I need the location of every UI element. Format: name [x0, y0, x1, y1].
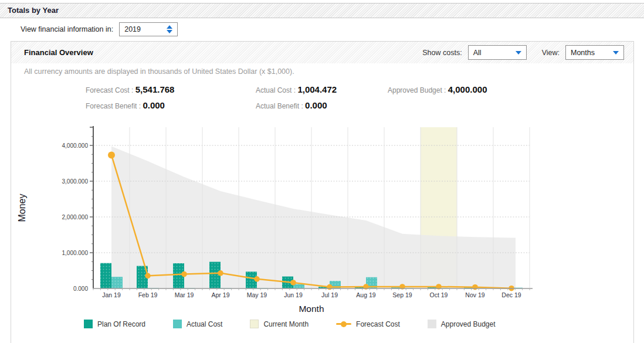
- stat-actual-cost: Actual Cost : 1,004.472: [256, 84, 388, 95]
- panel-header-controls: Show costs: All View: Months: [422, 45, 625, 60]
- legend-swatch-icon: [84, 320, 93, 328]
- x-tick-label: Feb 19: [138, 291, 158, 298]
- x-tick-label: Aug 19: [356, 291, 375, 298]
- currency-note: All currency amounts are displayed in th…: [24, 67, 633, 76]
- view-label: View:: [542, 49, 560, 57]
- chart-area: 0.0001,000.0002,000.0003,000.0004,000.00…: [11, 121, 633, 316]
- x-tick-label: Jan 19: [102, 291, 121, 298]
- forecast-point: [108, 151, 115, 158]
- x-tick-label: Jun 19: [284, 291, 303, 298]
- legend-swatch-icon: [428, 320, 436, 328]
- chevron-down-icon: [516, 51, 521, 55]
- y-tick-label: 0.000: [73, 286, 88, 292]
- financial-overview-panel: Financial Overview Show costs: All View:…: [11, 41, 634, 343]
- show-costs-label: Show costs:: [422, 49, 462, 57]
- legend-label: Approved Budget: [441, 320, 496, 328]
- x-tick-label: Apr 19: [212, 291, 230, 298]
- forecast-point: [327, 284, 333, 290]
- year-select-value: 2019: [124, 25, 141, 33]
- view-select[interactable]: Months: [565, 45, 624, 60]
- y-tick-label: 1,000.000: [62, 250, 89, 256]
- y-tick-label: 2,000.000: [62, 214, 89, 220]
- x-tick-label: May 19: [247, 291, 267, 298]
- x-tick-label: Dec 19: [501, 291, 521, 298]
- spinner-down-icon[interactable]: [167, 30, 172, 33]
- summary-stats: Forecast Cost : 5,541.768 Actual Cost : …: [86, 84, 633, 111]
- spinner-up-icon[interactable]: [167, 25, 172, 29]
- spinner-icon[interactable]: [167, 25, 172, 33]
- bar-plan-of-record: [100, 263, 111, 288]
- year-selector-row: View financial information in: 2019: [21, 22, 644, 36]
- y-tick-label: 3,000.000: [62, 178, 89, 185]
- legend-swatch-icon: [250, 320, 259, 328]
- x-axis-title: Month: [299, 304, 324, 314]
- x-tick-label: Jul 19: [321, 291, 338, 298]
- panel-title: Financial Overview: [24, 48, 93, 57]
- legend-label: Plan Of Record: [97, 320, 145, 328]
- x-tick-label: Mar 19: [175, 291, 194, 298]
- legend-line-marker-icon: [336, 320, 351, 328]
- x-tick-label: Oct 19: [430, 291, 448, 298]
- legend-label: Forecast Cost: [356, 320, 400, 328]
- year-selector-label: View financial information in:: [21, 25, 113, 33]
- financial-chart: 0.0001,000.0002,000.0003,000.0004,000.00…: [11, 121, 568, 316]
- stat-actual-benefit: Actual Benefit : 0.000: [256, 100, 388, 111]
- legend-item-actual-cost: Actual Cost: [173, 320, 222, 328]
- view-select-value: Months: [571, 49, 595, 57]
- forecast-point: [254, 276, 260, 282]
- forecast-point: [218, 270, 223, 276]
- stat-forecast-cost: Forecast Cost : 5,541.768: [86, 84, 256, 95]
- legend-item-current-month: Current Month: [250, 320, 309, 328]
- legend-item-forecast-cost: Forecast Cost: [336, 320, 400, 328]
- show-costs-value: All: [473, 49, 482, 57]
- y-tick-label: 4,000.000: [62, 142, 89, 149]
- panel-header: Financial Overview Show costs: All View:…: [11, 42, 633, 63]
- chart-legend: Plan Of RecordActual CostCurrent MonthFo…: [84, 320, 633, 328]
- forecast-point: [472, 284, 478, 290]
- chevron-down-icon: [613, 51, 619, 55]
- legend-item-approved-budget: Approved Budget: [428, 320, 496, 328]
- show-costs-select[interactable]: All: [468, 45, 527, 60]
- forecast-point: [145, 273, 151, 279]
- stat-approved-budget: Approved Budget : 4,000.000: [388, 84, 633, 95]
- section-title: Totals by Year: [8, 6, 59, 15]
- y-axis-title: Money: [17, 193, 27, 222]
- forecast-point: [181, 271, 187, 277]
- legend-swatch-icon: [173, 320, 182, 328]
- x-tick-label: Nov 19: [465, 291, 484, 298]
- year-select[interactable]: 2019: [119, 22, 178, 36]
- legend-label: Actual Cost: [187, 320, 222, 328]
- forecast-point: [290, 280, 296, 286]
- stat-forecast-benefit: Forecast Benefit : 0.000: [86, 100, 256, 111]
- legend-item-plan-of-record: Plan Of Record: [84, 320, 145, 328]
- totals-by-year-bar: Totals by Year: [0, 3, 644, 18]
- legend-label: Current Month: [263, 320, 309, 328]
- x-tick-label: Sep 19: [392, 291, 412, 298]
- bar-actual-cost: [111, 277, 123, 288]
